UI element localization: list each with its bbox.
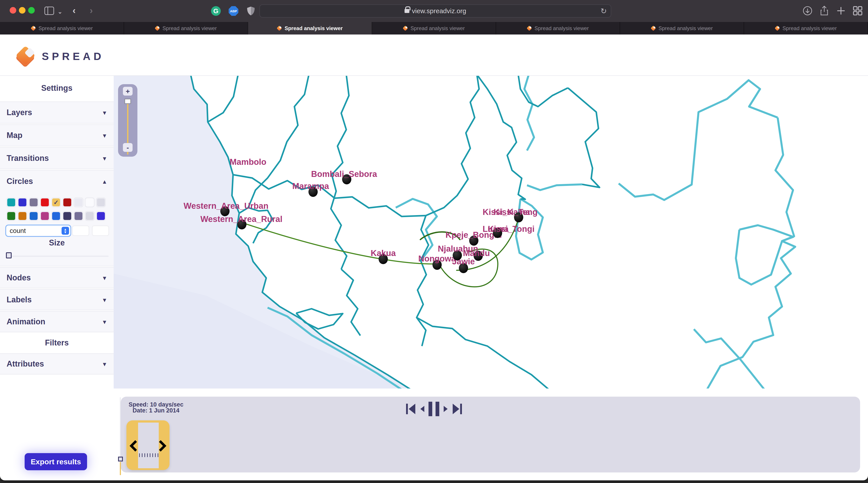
chevron-down-icon: ▾ — [103, 155, 106, 162]
shield-extension-icon[interactable] — [247, 6, 255, 16]
export-results-button[interactable]: Export results — [25, 453, 87, 470]
color-swatch[interactable] — [85, 212, 94, 221]
app-header: SPREAD — [0, 34, 868, 76]
color-swatch[interactable] — [85, 198, 94, 207]
spread-favicon — [31, 26, 36, 31]
chevron-down-icon: ▾ — [103, 318, 106, 326]
size-slider[interactable] — [6, 256, 108, 257]
timeline-position-track[interactable] — [120, 397, 121, 458]
spread-logo-icon — [16, 45, 36, 66]
grammarly-extension-icon[interactable]: G — [211, 6, 221, 16]
back-button[interactable]: ‹ — [72, 5, 75, 16]
section-labels[interactable]: Labels ▾ — [0, 289, 114, 310]
timeline-window-widget[interactable] — [126, 420, 169, 470]
close-window-button[interactable] — [10, 7, 16, 13]
color-swatch[interactable] — [96, 212, 105, 221]
circle-min-input[interactable] — [72, 225, 89, 236]
new-tab-icon[interactable] — [836, 6, 846, 16]
section-animation[interactable]: Animation ▾ — [0, 311, 114, 332]
pause-button[interactable] — [429, 402, 439, 416]
date-label: Date: 1 Jun 2014 — [129, 408, 183, 414]
sidebar-toggle-icon[interactable] — [44, 7, 54, 15]
downloads-icon[interactable] — [803, 6, 813, 16]
color-swatch[interactable] — [7, 212, 16, 221]
color-swatch[interactable] — [7, 198, 16, 207]
forward-button[interactable]: › — [90, 5, 93, 16]
map-zoom-control: + - — [118, 84, 137, 157]
zoom-out-button[interactable]: - — [123, 143, 132, 152]
node-label: Kissi_Tongi — [488, 224, 535, 234]
color-swatch[interactable] — [52, 212, 61, 221]
zoom-window-button[interactable] — [28, 7, 35, 13]
chevron-down-icon[interactable]: ⌄ — [58, 8, 62, 15]
color-swatch[interactable] — [74, 212, 83, 221]
circles-panel: ✓ count ▲▼ Size — [0, 192, 114, 266]
app-title: SPREAD — [42, 50, 104, 62]
minimize-window-button[interactable] — [19, 7, 26, 13]
node-label: Western_Area_Urban — [184, 201, 269, 211]
playback-controls — [406, 401, 462, 417]
section-attributes[interactable]: Attributes ▾ — [0, 353, 114, 375]
step-back-button[interactable] — [419, 404, 425, 414]
map-canvas[interactable]: MamboloBombali_SeboraMarampaWestern_Area… — [114, 76, 868, 388]
browser-tab[interactable]: Spread analysis viewer — [744, 22, 868, 34]
color-swatch[interactable] — [40, 212, 50, 221]
zoom-slider-thumb[interactable] — [124, 99, 131, 104]
chevron-down-icon: ▾ — [103, 274, 106, 282]
zoom-in-button[interactable]: + — [123, 87, 132, 96]
timeline-panel — [121, 397, 860, 473]
address-bar[interactable]: view.spreadviz.org ↻ — [259, 4, 611, 18]
color-by-select[interactable]: count ▲▼ — [6, 225, 70, 236]
browser-tab[interactable]: Spread analysis viewer — [124, 22, 248, 34]
section-transitions[interactable]: Transitions ▾ — [0, 147, 114, 169]
timeline-position-thumb[interactable] — [118, 457, 123, 461]
spread-favicon — [277, 26, 282, 31]
browser-window: ⌄ ‹ › G ABP view.spreadviz.org ↻ Spread … — [0, 0, 868, 480]
timeline-ticks — [139, 453, 158, 457]
skip-to-start-button[interactable] — [406, 402, 416, 416]
skip-to-end-button[interactable] — [452, 402, 462, 416]
color-swatch[interactable] — [40, 198, 50, 207]
node-label: Western_Area_Rural — [200, 215, 282, 224]
color-swatch[interactable] — [63, 212, 72, 221]
browser-tab[interactable]: Spread analysis viewer — [372, 22, 496, 34]
lock-icon — [405, 9, 409, 13]
range-left-handle[interactable] — [129, 440, 138, 452]
circle-max-input[interactable] — [92, 225, 109, 236]
spread-favicon — [651, 26, 656, 31]
color-swatch[interactable] — [29, 198, 38, 207]
color-swatch[interactable] — [63, 198, 72, 207]
animation-status: Speed: 10 days/sec Date: 1 Jun 2014 — [129, 402, 183, 414]
size-slider-thumb[interactable] — [6, 252, 12, 258]
step-forward-button[interactable] — [443, 404, 449, 414]
chevron-down-icon: ▾ — [103, 296, 106, 304]
node-label: Kissi_Teng — [494, 207, 537, 217]
color-swatch[interactable] — [29, 212, 38, 221]
speed-label: Speed: 10 days/sec — [129, 402, 183, 408]
reload-icon[interactable]: ↻ — [601, 7, 607, 15]
tab-overview-icon[interactable] — [852, 6, 863, 16]
size-label: Size — [0, 238, 114, 248]
section-nodes[interactable]: Nodes ▾ — [0, 267, 114, 288]
color-swatch[interactable] — [18, 212, 27, 221]
color-swatch-selected[interactable]: ✓ — [52, 198, 61, 207]
range-right-handle[interactable] — [158, 440, 167, 452]
spread-favicon — [155, 26, 160, 31]
color-swatch[interactable] — [18, 198, 27, 207]
share-icon[interactable] — [819, 6, 829, 16]
node-label: Mambolo — [230, 157, 267, 167]
chevron-up-icon: ▴ — [103, 178, 106, 185]
browser-tab[interactable]: Spread analysis viewer — [248, 22, 372, 34]
color-swatch[interactable] — [74, 198, 83, 207]
browser-tab[interactable]: Spread analysis viewer — [496, 22, 620, 34]
color-swatch[interactable] — [96, 198, 105, 207]
node-label: Nongowa — [418, 254, 456, 263]
section-circles[interactable]: Circles ▴ — [0, 170, 114, 192]
timeline-window-range[interactable] — [138, 423, 159, 468]
adblock-extension-icon[interactable]: ABP — [229, 6, 238, 16]
browser-tab[interactable]: Spread analysis viewer — [0, 22, 124, 34]
browser-tab[interactable]: Spread analysis viewer — [620, 22, 744, 34]
url-text: view.spreadviz.org — [412, 7, 466, 15]
section-layers[interactable]: Layers ▾ — [0, 101, 114, 124]
section-map[interactable]: Map ▾ — [0, 124, 114, 147]
